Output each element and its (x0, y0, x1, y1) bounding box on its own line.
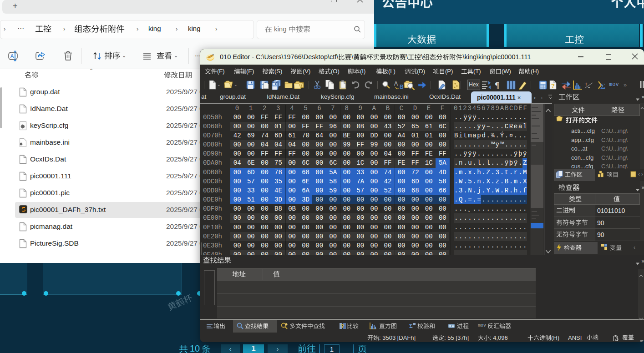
svg-text:Σ: Σ (409, 323, 413, 329)
svg-text:A: A (10, 53, 14, 60)
svg-text:?: ? (341, 323, 344, 329)
svg-text:Σ: Σ (600, 82, 605, 90)
svg-text:?: ? (551, 82, 555, 89)
